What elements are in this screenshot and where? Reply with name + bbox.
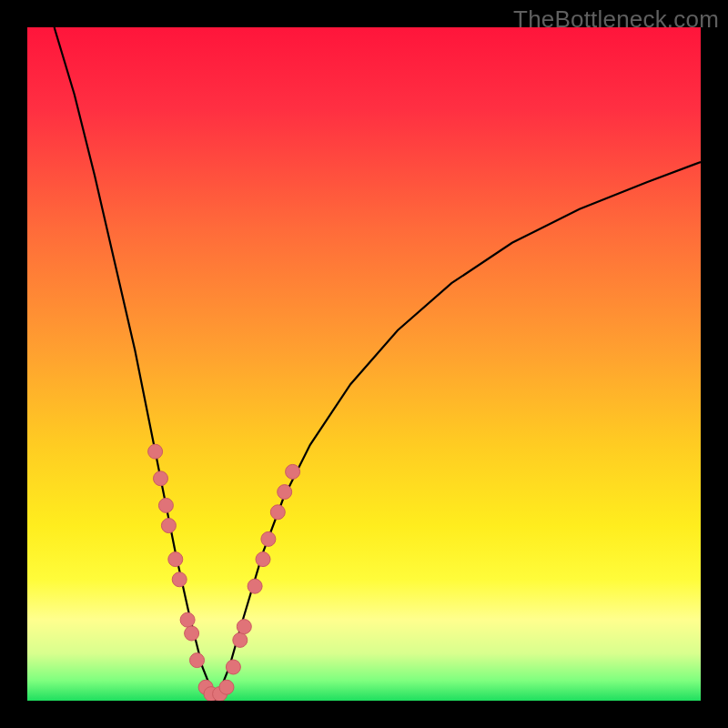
- data-marker: [270, 505, 285, 520]
- plot-area: [27, 27, 701, 701]
- data-marker: [190, 653, 205, 668]
- data-marker: [219, 680, 234, 694]
- right-curve: [216, 162, 701, 701]
- data-marker: [185, 626, 199, 641]
- data-marker: [168, 552, 183, 567]
- data-marker: [248, 579, 262, 593]
- data-marker: [237, 620, 251, 634]
- data-marker: [180, 612, 195, 627]
- data-marker: [256, 552, 270, 567]
- data-marker: [172, 572, 187, 587]
- curve-layer: [27, 27, 701, 701]
- data-marker: [148, 444, 163, 459]
- chart-frame: TheBottleneck.com: [0, 0, 728, 728]
- data-marker: [278, 485, 292, 500]
- data-marker: [158, 498, 173, 512]
- watermark-text: TheBottleneck.com: [513, 5, 719, 34]
- data-marker: [161, 519, 176, 533]
- data-marker: [261, 531, 276, 546]
- data-marker: [233, 632, 248, 647]
- data-marker: [154, 471, 168, 486]
- left-curve: [55, 27, 217, 701]
- data-marker: [286, 464, 300, 479]
- data-marker: [226, 660, 240, 674]
- curve-markers: [148, 444, 300, 701]
